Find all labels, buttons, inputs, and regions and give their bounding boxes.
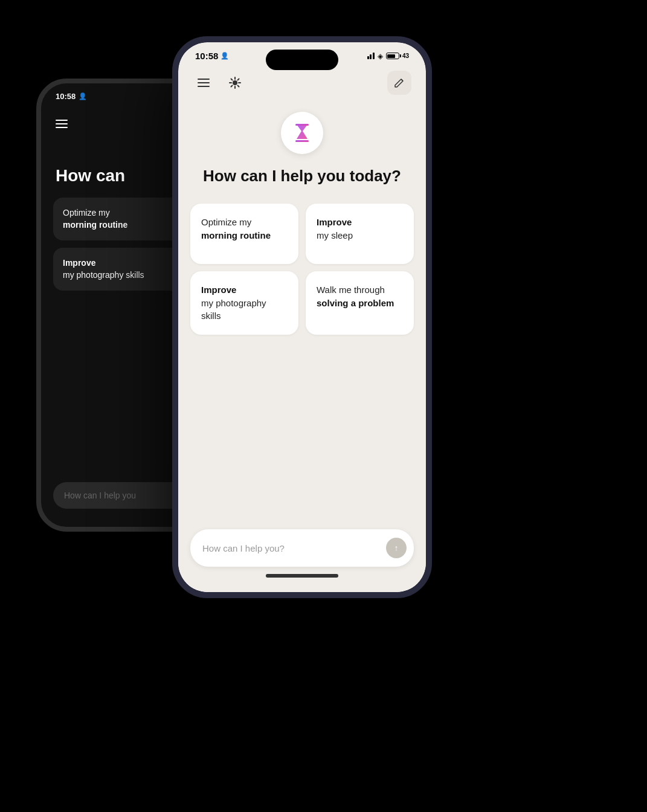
svg-rect-1 bbox=[198, 82, 210, 83]
svg-rect-12 bbox=[295, 124, 309, 126]
svg-line-9 bbox=[238, 86, 239, 87]
input-placeholder: How can I help you? bbox=[202, 543, 386, 553]
app-logo bbox=[281, 112, 323, 154]
front-status-time: 10:58 👤 bbox=[195, 51, 229, 61]
hourglass-icon bbox=[291, 122, 313, 144]
send-button[interactable]: ↑ bbox=[386, 538, 407, 558]
svg-line-8 bbox=[231, 79, 233, 80]
phone-front: 10:58 👤 ◈ bbox=[172, 36, 432, 598]
front-content: How can I help you today? Optimize my mo… bbox=[178, 100, 426, 522]
card-sleep[interactable]: Improve my sleep bbox=[306, 204, 414, 264]
card-problem-solving[interactable]: Walk me through solving a problem bbox=[306, 271, 414, 335]
svg-rect-13 bbox=[295, 140, 309, 142]
back-person-icon: 👤 bbox=[79, 92, 87, 100]
card-photography[interactable]: Improve my photography skills bbox=[190, 271, 298, 335]
back-menu-icon[interactable] bbox=[56, 120, 68, 128]
dynamic-island bbox=[266, 50, 338, 70]
front-input-area: How can I help you? ↑ bbox=[178, 522, 426, 592]
home-indicator bbox=[266, 574, 338, 578]
back-time: 10:58 👤 bbox=[56, 92, 87, 101]
svg-rect-2 bbox=[198, 86, 210, 87]
wifi-icon: ◈ bbox=[378, 52, 383, 60]
svg-line-10 bbox=[238, 79, 239, 80]
menu-button[interactable] bbox=[193, 72, 214, 94]
compose-button[interactable] bbox=[387, 71, 411, 95]
svg-line-11 bbox=[231, 86, 233, 87]
svg-rect-0 bbox=[198, 79, 210, 80]
brightness-button[interactable] bbox=[224, 72, 246, 94]
scene: 10:58 👤 ▐▌▌ ◈ 🌙 How can bbox=[0, 0, 647, 812]
front-status-icons: ◈ 43 bbox=[367, 52, 409, 60]
battery-icon: 43 bbox=[386, 53, 409, 59]
main-heading: How can I help you today? bbox=[203, 166, 401, 187]
suggestion-cards: Optimize my morning routine Improve my s… bbox=[190, 204, 414, 335]
svg-point-3 bbox=[233, 80, 237, 85]
toolbar-left bbox=[193, 72, 246, 94]
chat-input[interactable]: How can I help you? ↑ bbox=[190, 529, 414, 567]
signal-icon bbox=[367, 53, 375, 59]
card-morning-routine[interactable]: Optimize my morning routine bbox=[190, 204, 298, 264]
front-person-icon: 👤 bbox=[220, 52, 229, 60]
